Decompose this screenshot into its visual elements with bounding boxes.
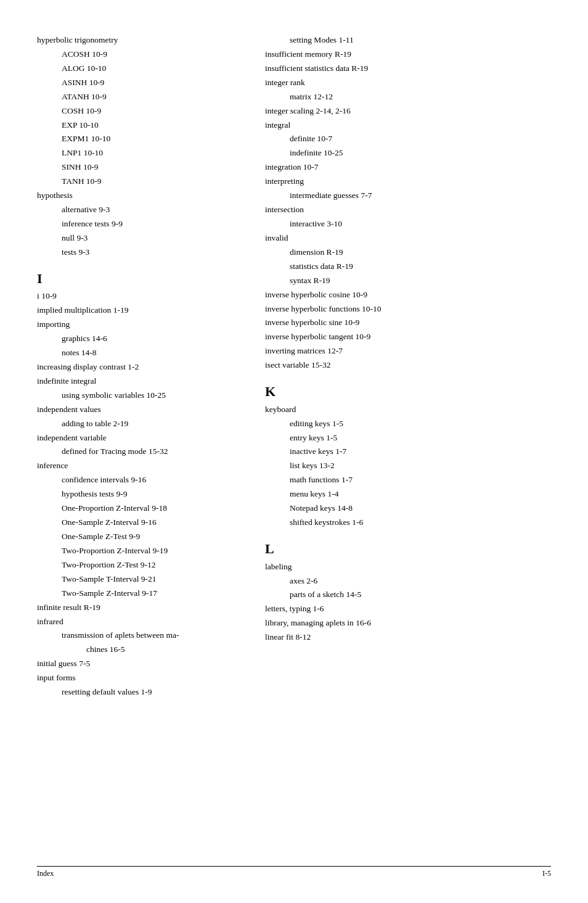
index-entry-main: integer rank [265,76,551,89]
index-entry-sub: entry keys 1-5 [265,432,551,445]
index-entry-sub: matrix 12-12 [265,91,551,104]
index-entry-main: labeling [265,561,551,574]
index-entry-sub: TANH 10-9 [37,175,247,188]
index-entry-main: inference [37,460,247,472]
index-entry-main: library, managing aplets in 16-6 [265,617,551,630]
index-entry-main: letters, typing 1-6 [265,603,551,616]
index-entry-main: isect variable 15-32 [265,359,551,372]
index-entry-sub: adding to table 2-19 [37,418,247,431]
index-entry-sub: definite 10-7 [265,133,551,146]
right-column: setting Modes 1-11insufficient memory R-… [265,34,551,700]
footer-label: Index [37,869,54,878]
index-entry-sub: notes 14-8 [37,347,247,360]
index-entry-sub: ATANH 10-9 [37,91,247,104]
index-entry-main: hypothesis [37,189,247,202]
index-entry-main: insufficient statistics data R-19 [265,62,551,75]
section-letter: K [265,383,551,401]
page-footer: Index I-5 [37,866,551,878]
index-entry-main: interpreting [265,175,551,188]
index-entry-sub: editing keys 1-5 [265,418,551,431]
index-content: hyperbolic trigonometryACOSH 10-9ALOG 10… [37,34,551,700]
index-entry-sub: shifted keystrokes 1-6 [265,516,551,529]
index-entry-sub: LNP1 10-10 [37,147,247,160]
left-column: hyperbolic trigonometryACOSH 10-9ALOG 10… [37,34,247,700]
index-entry-sub: statistics data R-19 [265,260,551,273]
index-entry-main: infinite result R-19 [37,601,247,614]
index-entry-main: i 10-9 [37,290,247,303]
index-entry-sub: inference tests 9-9 [37,218,247,231]
index-entry-main: inverse hyperbolic cosine 10-9 [265,289,551,302]
index-entry-sub: graphics 14-6 [37,332,247,345]
index-entry-sub: using symbolic variables 10-25 [37,389,247,402]
index-entry-sub: axes 2-6 [265,575,551,588]
page-number: I-5 [542,869,551,878]
index-entry-main: integral [265,119,551,132]
index-entry-main: linear fit 8-12 [265,631,551,644]
index-entry-sub: resetting default values 1-9 [37,686,247,699]
section-letter: I [37,270,247,288]
index-entry-main: inverse hyperbolic sine 10-9 [265,316,551,329]
index-entry-sub: transmission of aplets between ma- [37,629,247,642]
index-entry-sub: Two-Sample T-Interval 9-21 [37,573,247,586]
index-entry-main: importing [37,318,247,331]
index-entry-sub: EXP 10-10 [37,119,247,132]
index-entry-sub: EXPM1 10-10 [37,133,247,146]
index-entry-sub: syntax R-19 [265,274,551,287]
index-entry-main: input forms [37,672,247,685]
index-entry-sub: list keys 13-2 [265,460,551,472]
index-entry-sub: inactive keys 1-7 [265,445,551,458]
index-entry-sub: menu keys 1-4 [265,488,551,501]
index-entry-sub: math functions 1-7 [265,474,551,487]
index-entry-sub: interactive 3-10 [265,218,551,231]
index-entry-main: increasing display contrast 1-2 [37,361,247,374]
index-entry-main: inverting matrices 12-7 [265,345,551,358]
index-entry-sub: parts of a sketch 14-5 [265,588,551,601]
section-letter: L [265,540,551,558]
index-entry-sub: SINH 10-9 [37,161,247,174]
index-entry-sub2: chines 16-5 [37,643,247,656]
index-entry-sub: Notepad keys 14-8 [265,502,551,515]
index-entry-main: integration 10-7 [265,161,551,174]
index-entry-sub: Two-Proportion Z-Test 9-12 [37,559,247,572]
index-entry-main: hyperbolic trigonometry [37,34,247,47]
index-entry-sub: One-Sample Z-Interval 9-16 [37,516,247,529]
index-entry-main: independent variable [37,432,247,445]
index-entry-main: infrared [37,616,247,629]
index-entry-sub: setting Modes 1-11 [265,34,551,47]
index-entry-main: inverse hyperbolic functions 10-10 [265,303,551,316]
index-entry-sub: ALOG 10-10 [37,62,247,75]
index-entry-sub: One-Sample Z-Test 9-9 [37,530,247,543]
index-entry-sub: One-Proportion Z-Interval 9-18 [37,502,247,515]
index-entry-main: insufficient memory R-19 [265,48,551,61]
index-entry-main: independent values [37,403,247,416]
index-entry-main: invalid [265,232,551,245]
index-entry-sub: null 9-3 [37,232,247,245]
index-entry-sub: Two-Sample Z-Interval 9-17 [37,587,247,600]
index-entry-main: implied multiplication 1-19 [37,304,247,317]
index-entry-main: integer scaling 2-14, 2-16 [265,105,551,118]
index-entry-sub: hypothesis tests 9-9 [37,488,247,501]
index-entry-sub: tests 9-3 [37,246,247,259]
index-entry-main: intersection [265,204,551,216]
index-entry-sub: defined for Tracing mode 15-32 [37,445,247,458]
index-entry-sub: confidence intervals 9-16 [37,474,247,487]
index-entry-main: keyboard [265,403,551,416]
page: hyperbolic trigonometryACOSH 10-9ALOG 10… [0,0,588,903]
index-entry-main: indefinite integral [37,375,247,388]
index-entry-sub: COSH 10-9 [37,105,247,118]
index-entry-sub: alternative 9-3 [37,204,247,216]
index-entry-main: inverse hyperbolic tangent 10-9 [265,331,551,344]
index-entry-sub: ASINH 10-9 [37,76,247,89]
index-entry-main: initial guess 7-5 [37,658,247,670]
index-entry-sub: indefinite 10-25 [265,147,551,160]
index-entry-sub: Two-Proportion Z-Interval 9-19 [37,545,247,558]
index-entry-sub: intermediate guesses 7-7 [265,189,551,202]
index-entry-sub: dimension R-19 [265,246,551,259]
index-entry-sub: ACOSH 10-9 [37,48,247,61]
